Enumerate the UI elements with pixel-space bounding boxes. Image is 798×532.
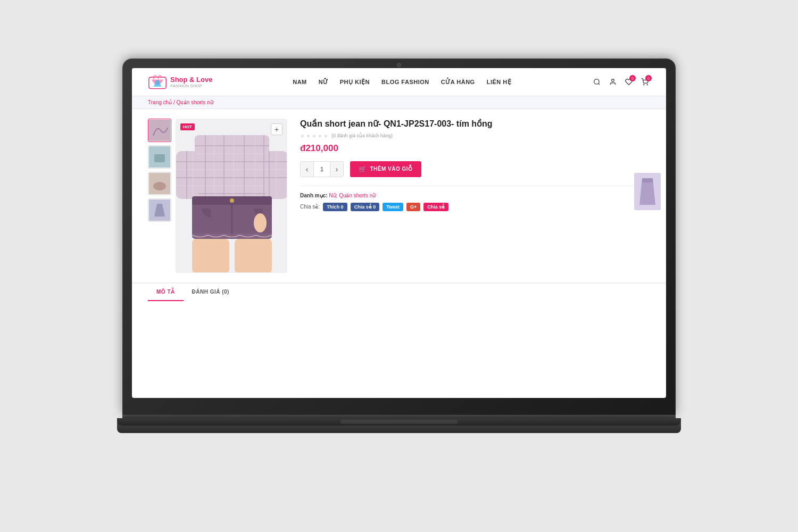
logo-area[interactable]: Shop & Love FASHION SHOP: [148, 72, 212, 92]
svg-point-4: [612, 79, 614, 82]
generic-share-button[interactable]: Chia sẻ: [423, 203, 448, 211]
star-2: ★: [306, 133, 311, 139]
product-images: HOT +: [148, 119, 287, 273]
wishlist-count: 0: [629, 75, 636, 81]
zoom-button[interactable]: +: [271, 123, 282, 135]
thumb-img-2: [149, 146, 170, 168]
search-button[interactable]: [592, 77, 602, 87]
divider: [300, 186, 650, 186]
tab-description[interactable]: MÔ TẢ: [148, 284, 184, 301]
svg-point-11: [153, 182, 166, 190]
right-product-image: [634, 173, 661, 210]
laptop-device: Shop & Love FASHION SHOP NAM NỮ PHỤ KIỆN…: [117, 59, 681, 473]
svg-rect-9: [154, 154, 165, 162]
category-link-shorts[interactable]: Quần shorts nữ: [339, 193, 376, 198]
qty-increase-button[interactable]: ›: [330, 162, 343, 177]
cart-count: 0: [645, 75, 652, 81]
category-link-nu[interactable]: Nữ: [329, 193, 336, 198]
logo-sub: FASHION SHOP: [170, 84, 212, 88]
screen-bezel: Shop & Love FASHION SHOP NAM NỮ PHỤ KIỆN…: [122, 59, 676, 415]
facebook-like-button[interactable]: Thích 0: [323, 203, 347, 211]
product-page: HOT +: [132, 109, 666, 282]
breadcrumb-home[interactable]: Trang chủ: [148, 99, 172, 105]
quantity-input[interactable]: [313, 162, 330, 177]
main-product-image: HOT +: [176, 119, 287, 273]
thumbnail-1[interactable]: [148, 119, 171, 142]
category-meta: Danh mục: Nữ, Quần shorts nữ: [300, 193, 650, 198]
svg-rect-7: [149, 120, 170, 141]
category-label: Danh mục:: [300, 193, 328, 198]
svg-point-45: [230, 198, 234, 203]
product-price: đ210,000: [300, 143, 650, 154]
laptop-base: [117, 418, 681, 433]
svg-rect-47: [232, 234, 272, 238]
logo-text-block: Shop & Love FASHION SHOP: [170, 76, 212, 89]
share-label: Chia sẻ:: [300, 204, 320, 210]
nav-item-nam[interactable]: NAM: [293, 79, 307, 85]
svg-rect-46: [192, 234, 232, 238]
twitter-tweet-button[interactable]: Tweet: [383, 203, 403, 211]
right-product-svg: [634, 173, 661, 210]
share-row: Chia sẻ: Thích 0 Chia sẻ 0 Tweet G+ Chia…: [300, 203, 650, 211]
product-title: Quần short jean nữ- QN1-JP2S17-003- tím …: [300, 119, 650, 130]
cart-icon: 🛒: [359, 165, 367, 173]
google-plus-button[interactable]: G+: [406, 203, 420, 211]
thumb-img-3: [149, 173, 170, 194]
product-tabs: MÔ TẢ ĐÁNH GIÁ (0): [132, 282, 666, 300]
site-header: Shop & Love FASHION SHOP NAM NỮ PHỤ KIỆN…: [132, 68, 666, 96]
qty-decrease-button[interactable]: ‹: [301, 162, 313, 177]
svg-rect-49: [235, 239, 272, 273]
trackpad[interactable]: [340, 420, 458, 424]
main-nav: NAM NỮ PHỤ KIỆN BLOG FASHION CỬA HÀNG LI…: [293, 79, 511, 86]
nav-item-cua-hang[interactable]: CỬA HÀNG: [441, 79, 475, 86]
tab-reviews[interactable]: ĐÁNH GIÁ (0): [184, 284, 238, 301]
nav-item-lien-he[interactable]: LIÊN HỆ: [487, 79, 512, 86]
nav-item-nu[interactable]: NỮ: [319, 79, 328, 86]
thumbnail-list: [148, 119, 171, 273]
thumb-img-4: [149, 200, 170, 221]
svg-line-3: [598, 84, 600, 85]
svg-point-2: [594, 79, 599, 84]
rating-text: (0 đánh giá của khách hàng): [331, 133, 393, 138]
star-5: ★: [323, 133, 328, 139]
thumbnail-4[interactable]: [148, 198, 171, 222]
svg-rect-48: [192, 239, 229, 273]
logo-icon: [148, 72, 167, 92]
svg-rect-29: [176, 151, 198, 199]
quantity-control: ‹ ›: [300, 161, 344, 177]
svg-point-6: [647, 85, 647, 85]
svg-point-50: [254, 213, 267, 232]
product-illustration: [176, 119, 287, 273]
thumb-img-1: [149, 120, 170, 141]
svg-rect-52: [642, 178, 653, 182]
star-1: ★: [300, 133, 305, 139]
header-icons: 0 0: [592, 77, 650, 87]
nav-item-phu-kien[interactable]: PHỤ KIỆN: [340, 79, 370, 86]
thumbnail-2[interactable]: [148, 145, 171, 169]
quantity-row: ‹ › 🛒 THÊM VÀO GIỖ: [300, 161, 650, 177]
add-to-cart-button[interactable]: 🛒 THÊM VÀO GIỖ: [350, 161, 421, 177]
nav-item-blog[interactable]: BLOG FASHION: [381, 79, 429, 85]
star-3: ★: [312, 133, 317, 139]
product-details: Quần short jean nữ- QN1-JP2S17-003- tím …: [300, 119, 650, 273]
stars: ★ ★ ★ ★ ★: [300, 133, 328, 139]
facebook-share-button[interactable]: Chia sẻ 0: [351, 203, 380, 211]
star-4: ★: [318, 133, 322, 139]
laptop-bottom-edge: [117, 418, 681, 426]
wishlist-button[interactable]: 0: [624, 77, 634, 87]
breadcrumb-current: Quần shorts nữ: [176, 99, 213, 105]
laptop-screen: Shop & Love FASHION SHOP NAM NỮ PHỤ KIỆN…: [132, 68, 666, 398]
breadcrumb: Trang chủ / Quần shorts nữ: [132, 96, 666, 109]
thumbnail-3[interactable]: [148, 172, 171, 195]
rating-row: ★ ★ ★ ★ ★ (0 đánh giá của khách hàng): [300, 133, 650, 139]
laptop-camera: [397, 63, 401, 67]
svg-point-5: [644, 85, 644, 85]
logo-brand: Shop & Love: [170, 76, 212, 84]
cart-button[interactable]: 0: [639, 77, 650, 87]
hot-badge: HOT: [180, 123, 195, 130]
account-button[interactable]: [608, 77, 618, 87]
add-to-cart-label: THÊM VÀO GIỖ: [370, 166, 413, 172]
